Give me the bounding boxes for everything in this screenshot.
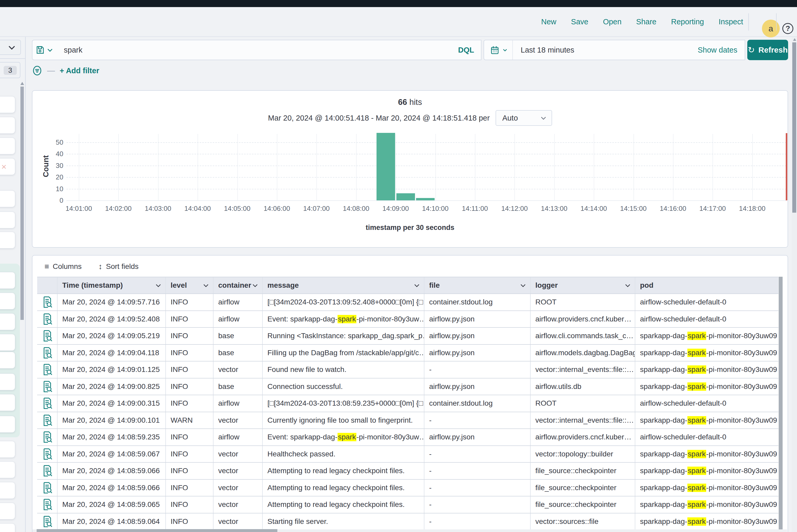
field-pill[interactable] xyxy=(0,461,15,478)
sidebar-scroll-up-icon[interactable] xyxy=(20,82,24,85)
table-row[interactable]: Mar 20, 2024 @ 14:08:59.067INFOvectorHea… xyxy=(37,446,778,463)
query-language-button[interactable]: DQL xyxy=(451,46,481,54)
inspect-document-icon[interactable] xyxy=(42,499,52,510)
column-header-time-timestamp[interactable]: Time (timestamp) xyxy=(57,277,165,293)
expand-cell[interactable] xyxy=(37,480,57,496)
field-pill[interactable] xyxy=(0,334,15,351)
field-pill[interactable] xyxy=(0,352,15,368)
topnav-link-inspect[interactable]: Inspect xyxy=(719,18,743,26)
field-pill[interactable] xyxy=(0,441,15,458)
column-header-pod[interactable]: pod xyxy=(635,277,778,293)
field-pill[interactable] xyxy=(0,117,15,134)
inspect-document-icon[interactable] xyxy=(42,296,52,308)
table-row[interactable]: Mar 20, 2024 @ 14:09:00.315INFOairflow[□… xyxy=(37,395,778,412)
field-pill[interactable] xyxy=(0,212,15,228)
table-row[interactable]: Mar 20, 2024 @ 14:08:59.066INFOvectorAtt… xyxy=(37,463,778,480)
topnav-link-new[interactable]: New xyxy=(541,18,556,26)
refresh-button[interactable]: ↻ Refresh xyxy=(747,40,788,60)
expand-cell[interactable] xyxy=(37,311,57,327)
table-row[interactable]: Mar 20, 2024 @ 14:09:00.825INFObaseConne… xyxy=(37,378,778,396)
table-scrollbar-thumb[interactable] xyxy=(779,277,783,532)
expand-cell[interactable] xyxy=(37,395,57,412)
inspect-document-icon[interactable] xyxy=(42,314,52,325)
histogram-bar[interactable] xyxy=(376,133,395,201)
inspect-document-icon[interactable] xyxy=(42,448,52,460)
inspect-document-icon[interactable] xyxy=(42,465,52,477)
field-pill[interactable] xyxy=(0,503,15,519)
sort-fields-button[interactable]: ↕ Sort fields xyxy=(98,262,139,271)
expand-cell[interactable] xyxy=(37,361,57,378)
table-row[interactable]: Mar 20, 2024 @ 14:08:59.065INFOvectorAtt… xyxy=(37,496,778,513)
search-input[interactable] xyxy=(57,46,451,54)
table-row[interactable]: Mar 20, 2024 @ 14:08:59.066INFOvectorAtt… xyxy=(37,480,778,497)
table-row[interactable]: Mar 20, 2024 @ 14:09:04.118INFObaseFilli… xyxy=(37,345,778,362)
field-pill[interactable] xyxy=(0,524,15,532)
inspect-document-icon[interactable] xyxy=(42,347,52,359)
expand-cell[interactable] xyxy=(37,513,57,530)
table-row[interactable]: Mar 20, 2024 @ 14:09:01.125INFOvectorFou… xyxy=(37,361,778,378)
table-row[interactable]: Mar 20, 2024 @ 14:09:05.219INFObaseRunni… xyxy=(37,328,778,345)
avatar[interactable]: a xyxy=(762,20,780,37)
column-header-level[interactable]: level xyxy=(165,277,213,293)
column-header-expand[interactable] xyxy=(37,277,57,293)
field-pill[interactable] xyxy=(0,416,15,433)
field-pill[interactable]: × xyxy=(0,158,15,175)
field-pill[interactable] xyxy=(0,137,15,154)
expand-cell[interactable] xyxy=(37,412,57,429)
columns-button[interactable]: ≡ Columns xyxy=(44,262,82,271)
column-header-message[interactable]: message xyxy=(262,277,424,293)
expand-cell[interactable] xyxy=(37,345,57,361)
date-picker[interactable]: Last 18 minutes Show dates xyxy=(484,40,745,60)
inspect-document-icon[interactable] xyxy=(42,381,52,392)
field-pill[interactable] xyxy=(0,314,15,330)
table-row[interactable]: Mar 20, 2024 @ 14:09:00.101WARNvectorCur… xyxy=(37,412,778,429)
inspect-document-icon[interactable] xyxy=(42,482,52,494)
inspect-document-icon[interactable] xyxy=(42,431,52,443)
filter-icon[interactable] xyxy=(32,65,42,76)
table-row[interactable]: Mar 20, 2024 @ 14:08:59.235INFOairflowEv… xyxy=(37,429,778,446)
expand-cell[interactable] xyxy=(37,378,57,395)
page-scrollbar-thumb[interactable] xyxy=(792,42,796,213)
field-pill[interactable] xyxy=(0,190,15,207)
table-hscrollbar-thumb[interactable] xyxy=(37,529,277,532)
field-pill[interactable] xyxy=(0,374,15,390)
saved-query-menu[interactable] xyxy=(32,40,57,60)
inspect-document-icon[interactable] xyxy=(42,398,52,409)
table-row[interactable]: Mar 20, 2024 @ 14:08:59.064INFOvectorSta… xyxy=(37,513,778,530)
topnav-link-share[interactable]: Share xyxy=(636,18,656,26)
topnav-link-save[interactable]: Save xyxy=(571,18,588,26)
field-pill[interactable] xyxy=(0,482,15,499)
column-header-container[interactable]: container xyxy=(213,277,262,293)
inspect-document-icon[interactable] xyxy=(42,330,52,342)
expand-cell[interactable] xyxy=(37,496,57,513)
histogram-bar[interactable] xyxy=(396,193,415,201)
topnav-link-open[interactable]: Open xyxy=(603,18,622,26)
inspect-document-icon[interactable] xyxy=(42,516,52,527)
expand-cell[interactable] xyxy=(37,328,57,344)
message-cell: Attempting to read legacy checkpoint fil… xyxy=(262,480,424,496)
column-header-file[interactable]: file xyxy=(424,277,530,293)
histogram-bar[interactable] xyxy=(416,198,434,201)
inspect-document-icon[interactable] xyxy=(42,364,52,375)
inspect-document-icon[interactable] xyxy=(42,415,52,426)
field-pill[interactable] xyxy=(0,96,15,113)
field-pill[interactable] xyxy=(0,394,15,411)
expand-cell[interactable] xyxy=(37,294,57,310)
expand-cell[interactable] xyxy=(37,463,57,479)
table-row[interactable]: Mar 20, 2024 @ 14:09:52.408INFOairflowEv… xyxy=(37,311,778,328)
time-range-value[interactable]: Last 18 minutes xyxy=(513,46,698,54)
field-pill[interactable] xyxy=(0,293,15,309)
collapse-sidebar-button[interactable] xyxy=(0,40,21,55)
column-header-logger[interactable]: logger xyxy=(530,277,635,293)
show-dates-button[interactable]: Show dates xyxy=(698,46,745,54)
add-filter-button[interactable]: + Add filter xyxy=(60,66,99,75)
field-pill[interactable] xyxy=(0,232,15,248)
sidebar-scrollbar[interactable] xyxy=(20,87,24,320)
expand-cell[interactable] xyxy=(37,446,57,462)
help-icon[interactable]: ? xyxy=(782,23,793,34)
expand-cell[interactable] xyxy=(37,429,57,445)
table-row[interactable]: Mar 20, 2024 @ 14:09:57.716INFOairflow[□… xyxy=(37,294,778,311)
topnav-link-reporting[interactable]: Reporting xyxy=(671,18,704,26)
field-pill[interactable] xyxy=(0,272,15,289)
page-scroll-up-icon[interactable] xyxy=(793,38,796,41)
